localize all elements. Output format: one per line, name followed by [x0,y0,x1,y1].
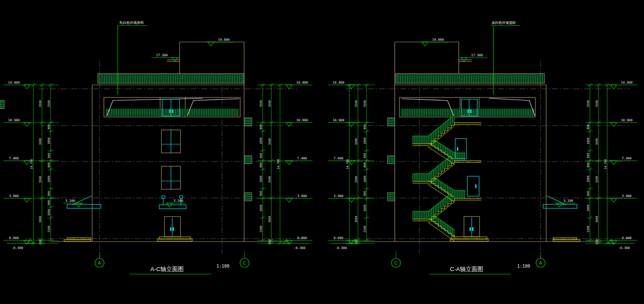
dim-value: 3900 [268,216,271,223]
dim-value: 900 [586,191,590,196]
dim-value: 3500 [595,176,599,183]
elevation-value: 7.400 [334,156,344,160]
top-floor-balcony [399,97,535,117]
dimensions-and-levels: 14.7003500350035003900300350080018009008… [328,38,637,250]
elevation-value: 19.000 [432,38,444,42]
level-marker-triangle-icon [24,198,30,202]
stair-section [412,115,481,241]
dim-value: 1800 [47,176,51,183]
elevation-value: -0.300 [335,246,347,250]
windows [161,130,180,189]
dim-value: 3500 [595,138,599,145]
elevation-value: 3.900 [622,194,632,198]
level-marker-triangle-icon [611,85,617,89]
elevation-value: 10.900 [621,118,633,122]
dim-value: 3500 [586,100,590,107]
facade-annotation: 灰白色外墙面砖 [490,21,520,95]
drawing-scale: 1:100 [517,264,530,268]
level-marker-triangle-icon [24,123,30,126]
cad-viewport: 乳白色外墙涂料 14.70035003500350039003003500800… [0,0,644,304]
level-marker-triangle-icon [611,240,617,244]
dim-value: 1000 [47,209,51,216]
dim-value: 1800 [363,205,367,212]
dim-value: 3500 [268,176,271,183]
elevation-value: 17.300 [471,53,483,57]
elevation-value: 10.900 [296,118,308,122]
dim-value: 14.700 [277,159,280,169]
dim-value: 1800 [47,138,51,145]
level-marker-triangle-icon [422,42,428,46]
parapet-hatch [98,74,244,83]
dim-value: 1800 [363,138,367,145]
entrance [64,217,192,241]
annotation-label: 乳白色外墙涂料 [119,21,144,25]
dim-value: 3500 [363,100,367,107]
cad-canvas: 乳白色外墙涂料 14.70035003500350039003003500800… [0,0,644,304]
dim-value: 3500 [47,100,51,107]
dim-value: 800 [586,162,590,168]
dim-value: 1800 [259,205,263,212]
dim-value: 800 [363,124,367,129]
dim-value: 900 [586,153,590,158]
elevation-value: 0.000 [334,236,344,240]
door-handle-icon [467,110,469,113]
dim-value: 800 [363,162,367,168]
canopy-slab [159,205,186,209]
dim-value: 800 [586,124,590,129]
parapet-hatch [396,74,544,83]
dim-value: 3500 [268,138,271,145]
dim-value: 1800 [586,138,590,145]
level-marker-triangle-icon [286,240,292,244]
level-marker-triangle-icon [286,123,292,126]
door-handle-icon [475,184,477,188]
dim-value: 800 [259,124,263,129]
right-elevation-drawing: 灰白色外墙面砖 14.70035003500350039003003500800… [328,21,637,274]
dim-value: 2100 [586,226,590,233]
dim-value: 3500 [259,100,263,107]
elevation-value: 7.400 [9,156,19,160]
dim-value: 1800 [586,205,590,212]
canopies [67,196,186,209]
building-outline [354,42,602,242]
door-handle-icon [472,227,473,231]
dim-value: 2100 [259,226,263,233]
level-marker-triangle-icon [557,203,563,207]
axis-label: A [98,260,101,265]
dimensions-and-levels: 14.7003500350035003900300350080018009008… [3,38,312,250]
dim-value: 1800 [586,176,590,183]
axis-label: A [539,260,542,265]
left-elevation-drawing: 乳白色外墙涂料 14.70035003500350039003003500800… [0,21,312,274]
elevation-value: 0.000 [297,236,307,240]
title-block: A-C轴立面图 1:100 [129,264,229,274]
axis-label: C [394,260,398,265]
dim-value: 1800 [259,138,263,145]
elevation-value: 14.400 [8,81,20,84]
elevation-value: 3.900 [9,194,19,198]
door-handle-icon [470,227,471,231]
dim-value: 3500 [354,100,358,107]
elevation-value: 3.100 [174,199,184,203]
axis-label: C [243,260,246,265]
stair-doors [455,139,479,196]
building-outline [51,42,288,242]
dim-value: 900 [259,153,263,158]
dim-value: 1800 [363,176,367,183]
level-marker-triangle-icon [76,203,82,207]
dim-value: 900 [47,191,51,196]
elevation-value: 3.900 [334,194,344,198]
dim-value: 3500 [39,176,42,183]
elevation-value: -0.300 [618,246,630,250]
dim-value: 2100 [363,226,367,233]
dim-value: 14.700 [604,159,607,169]
entrance [450,217,580,241]
landing-railing-hatch [412,211,429,219]
facade-annotation: 乳白色外墙涂料 [118,21,147,95]
elevation-value: 14.400 [621,81,633,84]
elevation-value: -0.300 [11,246,23,250]
elevation-value: 17.300 [156,53,168,57]
door-handle-icon [172,110,173,113]
elevation-value: -0.300 [293,246,306,250]
door-handle-icon [169,110,171,113]
dim-value: 300 [595,239,599,245]
elevation-value: 14.400 [296,81,308,84]
